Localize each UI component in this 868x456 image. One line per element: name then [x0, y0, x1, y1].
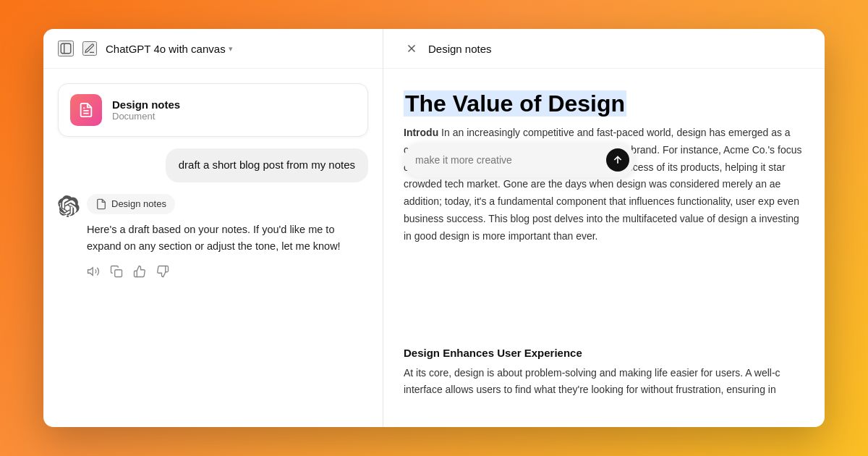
document-main-heading: The Value of Design	[404, 90, 804, 117]
section-title: Design Enhances User Experience	[404, 347, 804, 359]
section-design-ux: Design Enhances User Experience At its c…	[404, 347, 804, 400]
left-header: ChatGPT 4o with canvas ▾	[43, 29, 383, 69]
sidebar-toggle-button[interactable]	[58, 41, 74, 56]
assistant-response-text: Here's a draft based on your notes. If y…	[87, 221, 368, 255]
thumbs-up-button[interactable]	[133, 265, 146, 278]
inline-edit-input[interactable]	[415, 154, 600, 166]
action-buttons	[87, 265, 368, 278]
inline-send-button[interactable]	[606, 148, 629, 172]
design-notes-reference-pill[interactable]: Design notes	[87, 194, 175, 214]
assistant-avatar	[58, 195, 80, 217]
assistant-message-row: Design notes Here's a draft based on you…	[58, 194, 368, 278]
copy-button[interactable]	[110, 265, 123, 278]
right-header: Design notes	[383, 29, 825, 69]
right-panel: Design notes The Value of Design Introdu…	[383, 29, 825, 427]
document-info: Design notes Document	[112, 98, 180, 122]
canvas-title: Design notes	[428, 43, 492, 55]
left-panel: ChatGPT 4o with canvas ▾ Design not	[43, 29, 383, 427]
svg-rect-0	[61, 43, 71, 54]
svg-rect-5	[115, 270, 122, 277]
audio-button[interactable]	[87, 265, 100, 278]
user-message: draft a short blog post from my notes	[166, 148, 368, 182]
intro-heading: Introdu	[404, 127, 438, 138]
document-icon-wrap	[70, 94, 102, 126]
app-container: ChatGPT 4o with canvas ▾ Design not	[43, 29, 825, 427]
inline-edit-bar[interactable]	[404, 143, 635, 177]
section-paragraph: At its core, design is about problem-sol…	[404, 365, 804, 400]
svg-marker-4	[88, 268, 93, 276]
document-title: Design notes	[112, 98, 180, 111]
thumbs-down-button[interactable]	[156, 265, 169, 278]
chevron-down-icon: ▾	[229, 44, 233, 54]
assistant-content: Design notes Here's a draft based on you…	[87, 194, 368, 278]
document-card[interactable]: Design notes Document	[58, 83, 368, 137]
close-canvas-button[interactable]	[404, 41, 420, 56]
document-type: Document	[112, 111, 180, 122]
chat-area: Design notes Document draft a short blog…	[43, 69, 383, 427]
canvas-content: The Value of Design Introdu In an increa…	[383, 69, 825, 427]
new-chat-button[interactable]	[82, 41, 97, 56]
model-selector[interactable]: ChatGPT 4o with canvas ▾	[106, 43, 233, 55]
